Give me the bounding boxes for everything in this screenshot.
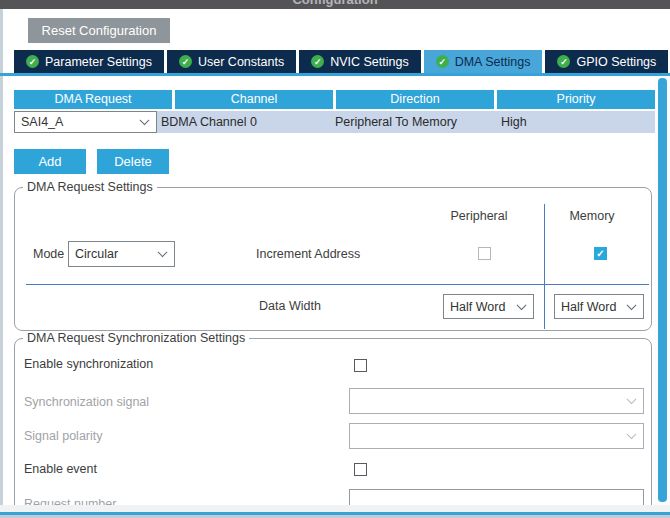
cell-priority: High <box>501 111 527 133</box>
check-icon: ✓ <box>179 55 192 68</box>
cell-direction: Peripheral To Memory <box>335 111 457 133</box>
group-title: DMA Request Settings <box>23 180 157 194</box>
memory-column-header: Memory <box>542 209 642 223</box>
peripheral-data-width-select[interactable]: Half Word <box>443 294 534 319</box>
row-divider-line <box>26 284 649 285</box>
window-title: Configuration <box>0 0 670 7</box>
mode-select[interactable]: Circular <box>68 241 175 267</box>
mode-select-value: Circular <box>75 247 118 261</box>
memory-data-width-select[interactable]: Half Word <box>554 294 644 319</box>
peripheral-increment-checkbox[interactable] <box>478 247 491 260</box>
table-row[interactable]: SAI4_A BDMA Channel 0 Peripheral To Memo… <box>14 111 655 133</box>
window-titlebar: Configuration <box>0 0 670 9</box>
tab-parameter-settings[interactable]: ✓ Parameter Settings <box>14 50 164 73</box>
increment-address-label: Increment Address <box>256 241 360 267</box>
signal-polarity-select <box>349 423 644 449</box>
chevron-down-icon <box>158 247 168 257</box>
chevron-down-icon <box>627 300 637 310</box>
chevron-down-icon <box>627 429 637 439</box>
check-icon: ✓ <box>436 55 449 68</box>
enable-event-checkbox[interactable] <box>354 463 367 476</box>
enable-synchronization-checkbox[interactable] <box>354 359 367 372</box>
window-left-border <box>0 9 3 518</box>
column-header-dma-request: DMA Request <box>14 90 172 109</box>
check-icon: ✓ <box>557 55 570 68</box>
dma-request-settings-group: DMA Request Settings Peripheral Memory M… <box>14 187 652 331</box>
tab-user-constants[interactable]: ✓ User Constants <box>167 50 296 73</box>
tab-dma-settings[interactable]: ✓ DMA Settings <box>424 50 543 73</box>
signal-polarity-label: Signal polarity <box>24 423 103 449</box>
delete-button[interactable]: Delete <box>97 149 169 174</box>
check-icon: ✓ <box>26 55 39 68</box>
chevron-down-icon <box>140 115 150 125</box>
chevron-down-icon <box>627 394 637 404</box>
tab-nvic-settings[interactable]: ✓ NVIC Settings <box>299 50 421 73</box>
vertical-scrollbar[interactable] <box>655 76 670 512</box>
tab-label: NVIC Settings <box>330 55 409 69</box>
dma-sync-settings-group: DMA Request Synchronization Settings Ena… <box>14 338 652 518</box>
peripheral-column-header: Peripheral <box>429 209 529 223</box>
tab-label: User Constants <box>198 55 284 69</box>
column-header-priority: Priority <box>497 90 655 109</box>
tab-label: DMA Settings <box>455 55 531 69</box>
active-tab-underline <box>0 73 670 76</box>
peripheral-data-width-value: Half Word <box>450 300 505 314</box>
mode-label: Mode <box>33 241 64 267</box>
tab-label: GPIO Settings <box>576 55 656 69</box>
check-icon: ✓ <box>311 55 324 68</box>
add-button[interactable]: Add <box>14 149 86 174</box>
dma-request-select[interactable]: SAI4_A <box>14 111 157 133</box>
column-header-channel: Channel <box>175 90 333 109</box>
reset-configuration-button[interactable]: Reset Configuration <box>28 18 170 43</box>
column-header-direction: Direction <box>336 90 494 109</box>
window-bottom-edge <box>0 505 670 512</box>
cell-channel: BDMA Channel 0 <box>161 111 257 133</box>
scrollbar-thumb[interactable] <box>658 78 667 502</box>
chevron-down-icon <box>517 300 527 310</box>
group-title: DMA Request Synchronization Settings <box>23 331 249 345</box>
settings-tabbar: ✓ Parameter Settings ✓ User Constants ✓ … <box>14 50 668 73</box>
memory-increment-checkbox[interactable]: ✓ <box>594 247 607 260</box>
tab-label: Parameter Settings <box>45 55 152 69</box>
synchronization-signal-label: Synchronization signal <box>24 389 149 415</box>
enable-event-label: Enable event <box>24 461 97 477</box>
dma-table-header: DMA Request Channel Direction Priority <box>14 90 655 109</box>
dma-request-select-value: SAI4_A <box>21 115 63 129</box>
configuration-window: Configuration Reset Configuration ✓ Para… <box>0 0 670 518</box>
memory-data-width-value: Half Word <box>561 300 616 314</box>
enable-synchronization-label: Enable synchronization <box>24 356 153 372</box>
tab-gpio-settings[interactable]: ✓ GPIO Settings <box>545 50 668 73</box>
synchronization-signal-select <box>349 388 644 414</box>
data-width-label: Data Width <box>259 294 321 319</box>
